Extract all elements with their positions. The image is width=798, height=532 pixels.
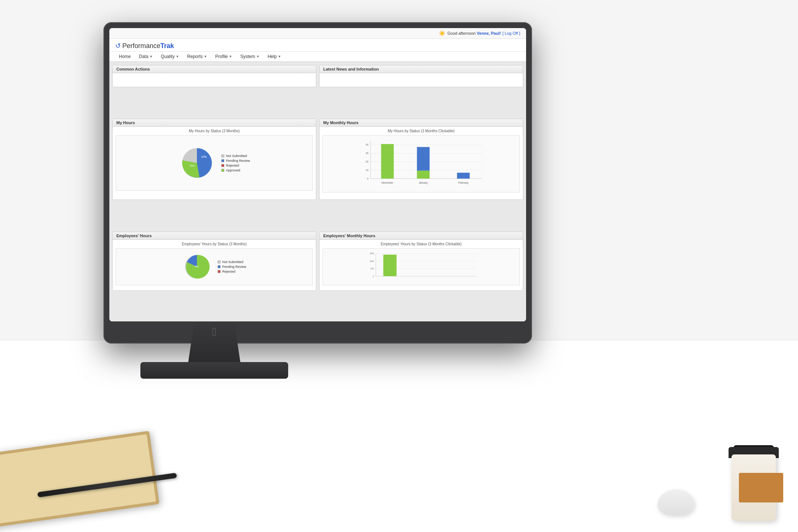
emp-monthly-bar-chart: 0 500 1000 1500 — [326, 252, 516, 282]
nav-system[interactable]: System ▼ — [236, 52, 263, 61]
logoff-link[interactable]: [ Log Off ] — [502, 31, 520, 35]
desktop-scene: ☀️ Good afternoon Venne, Paul! [ Log Off… — [0, 0, 798, 532]
emp-monthly-chart-title: Employees' Hours by Status (3 Months Cli… — [323, 242, 520, 246]
cup-sleeve — [739, 473, 783, 502]
navbar: Home Data ▼ Quality ▼ Reports ▼ — [109, 52, 526, 62]
bar-january-approved[interactable] — [417, 171, 430, 179]
monitor: ☀️ Good afternoon Venne, Paul! [ Log Off… — [103, 22, 532, 344]
emp-bar-december[interactable] — [383, 255, 397, 276]
bar-january-pending[interactable] — [417, 147, 430, 171]
svg-text:79%: 79% — [194, 265, 199, 267]
emp-monthly-header: Employees' Monthly Hours — [320, 232, 523, 240]
svg-text:December: December — [382, 181, 393, 184]
monitor-bezel: ☀️ Good afternoon Venne, Paul! [ Log Off… — [109, 28, 526, 321]
news-body — [320, 73, 523, 79]
svg-text:January: January — [419, 181, 428, 184]
nav-data[interactable]: Data ▼ — [135, 52, 156, 61]
legend-label-approved: Approved — [226, 168, 240, 172]
svg-text:30: 30 — [366, 152, 369, 155]
apple-logo:  — [207, 324, 222, 339]
nav-reports-arrow: ▼ — [204, 55, 207, 58]
nav-quality-arrow: ▼ — [176, 55, 179, 58]
bar-december-approved[interactable] — [381, 144, 394, 179]
emp-hours-header: Employees' Hours — [113, 232, 316, 240]
svg-text:0: 0 — [373, 275, 374, 277]
emp-legend-rejected: Rejected — [218, 270, 246, 273]
nav-home[interactable]: Home — [115, 52, 134, 61]
svg-text:40: 40 — [366, 144, 369, 146]
emp-legend-label-pending: Pending Review — [222, 265, 246, 269]
monthly-hours-body: My Hours by Status (3 Months Clickable) — [320, 127, 523, 195]
my-hours-panel: My Hours My Hours by Status (3 Months) — [112, 119, 316, 200]
emp-legend-label-rejected: Rejected — [222, 270, 235, 273]
svg-text:17%: 17% — [201, 156, 207, 158]
emp-monthly-body: Employees' Hours by Status (3 Months Cli… — [320, 240, 523, 287]
svg-text:1500: 1500 — [370, 252, 374, 255]
legend-dot-approved — [221, 169, 224, 172]
monthly-hours-header: My Monthly Hours — [320, 119, 523, 127]
emp-hours-pie-chart: 79% — [182, 252, 212, 282]
emp-legend-label-not-submitted: Not Submitted — [222, 260, 243, 264]
monitor-stand-base — [140, 362, 288, 379]
my-hours-legend: Not Submitted Pending Review Rejected — [221, 154, 250, 172]
logo-trak: Trak — [160, 42, 174, 50]
emp-hours-body: Employees' Hours by Status (3 Months) — [113, 240, 316, 287]
nav-quality-label: Quality — [161, 54, 174, 59]
legend-pending: Pending Review — [221, 159, 250, 163]
monthly-hours-bar-chart: 0 10 20 30 40 December — [326, 139, 516, 189]
nav-home-label: Home — [119, 54, 131, 59]
legend-label-not-submitted: Not Submitted — [226, 154, 247, 158]
emp-legend-pending: Pending Review — [218, 265, 246, 269]
monthly-hours-chart-title: My Hours by Status (3 Months Clickable) — [323, 129, 520, 133]
emp-monthly-title: Employees' Monthly Hours — [323, 233, 375, 238]
nav-profile-label: Profile — [215, 54, 228, 59]
logo-performance: Performance — [122, 42, 160, 50]
main-content: Common Actions Latest News and Informati… — [109, 62, 526, 321]
legend-dot-rejected — [221, 164, 224, 167]
common-actions-title: Common Actions — [116, 67, 150, 71]
svg-text:0: 0 — [367, 177, 368, 180]
nav-data-label: Data — [139, 54, 148, 59]
svg-text:10: 10 — [366, 169, 369, 171]
emp-legend-dot-not-submitted — [218, 260, 221, 263]
svg-text:78%: 78% — [190, 164, 195, 167]
app-header: ↺ PerformanceTrak — [109, 39, 526, 52]
legend-approved: Approved — [221, 168, 250, 172]
my-hours-header: My Hours — [113, 119, 316, 127]
nav-help[interactable]: Help ▼ — [264, 52, 285, 61]
svg-text:500: 500 — [371, 267, 374, 270]
nav-quality[interactable]: Quality ▼ — [157, 52, 183, 61]
nav-data-arrow: ▼ — [149, 55, 153, 58]
emp-hours-title: Employees' Hours — [116, 233, 152, 238]
emp-legend-dot-rejected — [218, 270, 221, 273]
monthly-hours-panel: My Monthly Hours My Hours by Status (3 M… — [319, 119, 523, 200]
greeting-text: Good afternoon Venne, Paul! — [447, 31, 501, 35]
my-hours-title: My Hours — [116, 120, 135, 125]
common-actions-header: Common Actions — [113, 65, 316, 73]
svg-text:1000: 1000 — [370, 260, 374, 262]
legend-not-submitted: Not Submitted — [221, 154, 250, 158]
nav-help-arrow: ▼ — [278, 55, 281, 58]
legend-dot-not-submitted — [221, 154, 224, 157]
greeting-label: Good afternoon — [447, 31, 477, 35]
monthly-hours-title: My Monthly Hours — [323, 120, 358, 125]
screen: ☀️ Good afternoon Venne, Paul! [ Log Off… — [109, 28, 526, 321]
bar-february-pending[interactable] — [457, 173, 470, 179]
nav-help-label: Help — [267, 54, 277, 59]
legend-label-pending: Pending Review — [226, 159, 250, 163]
news-title: Latest News and Information — [323, 67, 379, 71]
emp-hours-legend: Not Submitted Pending Review Rejected — [218, 260, 246, 273]
greeting-name: Venne, Paul! — [477, 31, 501, 35]
greeting-bar: ☀️ Good afternoon Venne, Paul! [ Log Off… — [109, 28, 526, 39]
news-panel: Latest News and Information — [319, 65, 523, 87]
nav-system-label: System — [240, 54, 255, 59]
legend-dot-pending — [221, 159, 224, 162]
svg-text:February: February — [458, 181, 468, 184]
legend-rejected: Rejected — [221, 164, 250, 167]
common-actions-body — [113, 73, 316, 79]
nav-reports-label: Reports — [187, 54, 203, 59]
nav-reports[interactable]: Reports ▼ — [184, 52, 211, 61]
nav-profile[interactable]: Profile ▼ — [212, 52, 236, 61]
nav-system-arrow: ▼ — [256, 55, 259, 58]
logo-icon: ↺ — [115, 42, 121, 50]
